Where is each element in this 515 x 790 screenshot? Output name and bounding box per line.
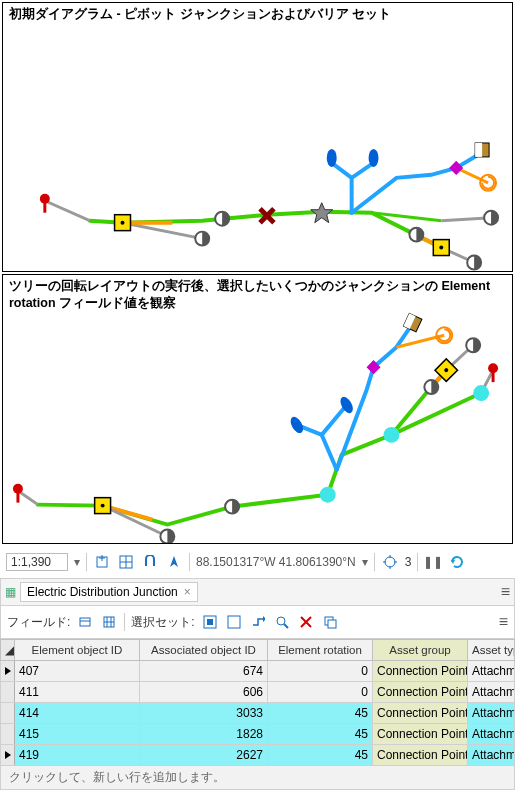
cell-atype[interactable]: Attachment (468, 745, 515, 766)
table-row[interactable]: 419262745Connection PointAttachment (1, 745, 515, 766)
cell-atype[interactable]: Attachment (468, 661, 515, 682)
cell-erot[interactable]: 45 (268, 724, 373, 745)
cell-atype[interactable]: Attachment (468, 682, 515, 703)
svg-rect-44 (80, 618, 90, 626)
snap-icon[interactable] (141, 553, 159, 571)
brown-panel-icon (403, 313, 422, 332)
blue-cap-2 (369, 149, 379, 167)
pause-icon[interactable]: ❚❚ (424, 553, 442, 571)
sel-junction-2 (384, 427, 400, 443)
svg-rect-59 (328, 620, 336, 628)
col-asset-group[interactable]: Asset group (373, 640, 468, 661)
cell-erot[interactable]: 45 (268, 745, 373, 766)
selection-target-icon[interactable] (381, 553, 399, 571)
cell-erot[interactable]: 0 (268, 682, 373, 703)
clear-selection-icon[interactable] (225, 613, 243, 631)
cell-eoid[interactable]: 411 (15, 682, 140, 703)
col-element-rotation[interactable]: Element rotation (268, 640, 373, 661)
tab-menu-icon[interactable]: ≡ (501, 583, 510, 601)
cell-aoid[interactable]: 2627 (140, 745, 268, 766)
scale-input[interactable]: 1:1,390 (6, 553, 68, 571)
select-all-icon[interactable] (201, 613, 219, 631)
table-add-row-hint[interactable]: クリックして、新しい行を追加します。 (0, 766, 515, 790)
sel-junction-3 (473, 385, 489, 401)
tab-label: Electric Distribution Junction (27, 585, 178, 599)
half-circle-2 (215, 212, 229, 226)
selection-count: 3 (405, 555, 412, 569)
row-header-corner[interactable]: ◢ (1, 640, 15, 661)
row-header[interactable] (1, 703, 15, 724)
cell-aoid[interactable]: 674 (140, 661, 268, 682)
pivot-star-icon (311, 203, 333, 223)
row-header[interactable] (1, 682, 15, 703)
field-add-icon[interactable] (76, 613, 94, 631)
close-icon[interactable]: × (184, 585, 191, 599)
field-menu-icon[interactable]: ≡ (499, 613, 508, 631)
svg-point-5 (439, 246, 443, 250)
row-header[interactable] (1, 724, 15, 745)
svg-point-17 (101, 504, 105, 508)
cell-agroup[interactable]: Connection Point (373, 724, 468, 745)
add-bookmark-icon[interactable] (93, 553, 111, 571)
cell-agroup[interactable]: Connection Point (373, 661, 468, 682)
svg-line-55 (284, 624, 288, 628)
cell-atype[interactable]: Attachment (468, 703, 515, 724)
coords-dropdown-icon[interactable]: ▾ (362, 555, 368, 569)
table-header-row: ◢ Element object ID Associated object ID… (1, 640, 515, 661)
svg-rect-14 (475, 143, 482, 157)
cell-agroup[interactable]: Connection Point (373, 682, 468, 703)
svg-marker-53 (263, 616, 265, 622)
svg-marker-37 (170, 556, 178, 567)
row-header[interactable] (1, 745, 15, 766)
half-circle-3 (424, 380, 438, 394)
blue-cap-1 (327, 149, 337, 167)
green-branch (391, 393, 481, 435)
svg-point-38 (385, 557, 395, 567)
gray-spur-1 (18, 491, 38, 505)
diagram-initial-svg (3, 3, 512, 271)
tab-electric-distribution-junction[interactable]: Electric Distribution Junction × (20, 582, 198, 602)
copy-selection-icon[interactable] (321, 613, 339, 631)
delete-selection-icon[interactable] (297, 613, 315, 631)
table-row[interactable]: 4076740Connection PointAttachment (1, 661, 515, 682)
north-arrow-icon[interactable] (165, 553, 183, 571)
table-row[interactable]: 415182845Connection PointAttachment (1, 724, 515, 745)
coordinates-readout: 88.1501317°W 41.8061390°N (196, 555, 356, 569)
col-asset-type[interactable]: Asset type (468, 640, 515, 661)
half-circle-1 (195, 232, 209, 246)
cell-aoid[interactable]: 3033 (140, 703, 268, 724)
col-associated-object-id[interactable]: Associated object ID (140, 640, 268, 661)
cell-aoid[interactable]: 1828 (140, 724, 268, 745)
col-element-object-id[interactable]: Element object ID (15, 640, 140, 661)
switch-selection-icon[interactable] (249, 613, 267, 631)
cell-eoid[interactable]: 407 (15, 661, 140, 682)
svg-rect-52 (228, 616, 240, 628)
cell-aoid[interactable]: 606 (140, 682, 268, 703)
zoom-selection-icon[interactable] (273, 613, 291, 631)
separator (374, 553, 375, 571)
blue-branch-2 (322, 405, 347, 435)
scale-dropdown-icon[interactable]: ▾ (74, 555, 80, 569)
diagram-panel-rotated: ツリーの回転レイアウトの実行後、選択したいくつかのジャンクションの Elemen… (2, 274, 513, 544)
cell-eoid[interactable]: 415 (15, 724, 140, 745)
table-row[interactable]: 414303345Connection PointAttachment (1, 703, 515, 724)
cell-eoid[interactable]: 414 (15, 703, 140, 724)
attribute-table-tabs: ▦ Electric Distribution Junction × ≡ (0, 579, 515, 606)
table-row[interactable]: 4116060Connection PointAttachment (1, 682, 515, 703)
cell-agroup[interactable]: Connection Point (373, 745, 468, 766)
yellow-junction-1 (115, 215, 131, 231)
cell-atype[interactable]: Attachment (468, 724, 515, 745)
grid-toggle-icon[interactable] (117, 553, 135, 571)
gray-spur-1 (123, 223, 203, 239)
cell-eoid[interactable]: 419 (15, 745, 140, 766)
svg-rect-51 (207, 619, 213, 625)
cell-erot[interactable]: 0 (268, 661, 373, 682)
field-calc-icon[interactable] (100, 613, 118, 631)
cell-erot[interactable]: 45 (268, 703, 373, 724)
refresh-icon[interactable] (448, 553, 466, 571)
cell-agroup[interactable]: Connection Point (373, 703, 468, 724)
attribute-table[interactable]: ◢ Element object ID Associated object ID… (0, 639, 515, 766)
row-header[interactable] (1, 661, 15, 682)
separator (124, 613, 125, 631)
half-circle-5 (467, 256, 481, 270)
